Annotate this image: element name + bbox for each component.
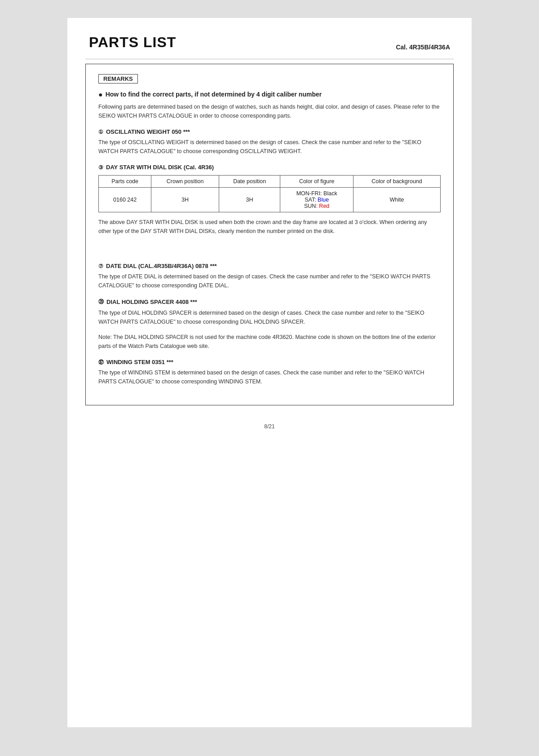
- page-number: 8/21: [264, 423, 274, 430]
- section-windingstem: ㊲ WINDING STEM 0351 *** The type of WIND…: [98, 359, 441, 386]
- main-bullet-heading: How to find the correct parts, if not de…: [106, 91, 322, 98]
- section-windingstem-title: WINDING STEM 0351 ***: [106, 359, 173, 365]
- remarks-label: REMARKS: [98, 74, 138, 84]
- section-dialholding-note: Note: The DIAL HOLDING SPACER is not use…: [98, 333, 441, 351]
- main-bullet-header: ● How to find the correct parts, if not …: [98, 91, 441, 99]
- color-figure-sun-label: SUN: [304, 203, 316, 209]
- section-oscillating-heading: ① OSCILLATING WEIGHT 050 ***: [98, 128, 441, 135]
- page-wrapper: PARTS LIST Cal. 4R35B/4R36A REMARKS ● Ho…: [67, 18, 472, 727]
- section-oscillating: ① OSCILLATING WEIGHT 050 *** The type of…: [98, 128, 441, 156]
- color-figure-sat-val: : Blue: [314, 197, 329, 203]
- section-datedial-body: The type of DATE DIAL is determined base…: [98, 272, 441, 290]
- cell-crown-position: 3H: [151, 188, 219, 212]
- col-color-background: Color of background: [353, 176, 440, 188]
- section-daystar-title: DAY STAR WITH DIAL DISK (Cal. 4R36): [106, 164, 214, 171]
- header-divider: [85, 59, 454, 59]
- col-crown-position: Crown position: [151, 176, 219, 188]
- num-icon-20: ⑳: [98, 298, 104, 306]
- col-color-figure: Color of figure: [280, 176, 353, 188]
- col-parts-code: Parts code: [99, 176, 151, 188]
- section-dialholding-title: DIAL HOLDING SPACER 4408 ***: [106, 299, 197, 305]
- section-datedial: ⑦ DATE DIAL (CAL.4R35B/4R36A) 0878 *** T…: [98, 263, 441, 290]
- table-header-row: Parts code Crown position Date position …: [99, 176, 441, 188]
- section-daystar: ③ DAY STAR WITH DIAL DISK (Cal. 4R36) Pa…: [98, 164, 441, 236]
- color-figure-sat-label: SAT: [305, 197, 314, 203]
- section-datedial-heading: ⑦ DATE DIAL (CAL.4R35B/4R36A) 0878 ***: [98, 263, 441, 269]
- main-content: REMARKS ● How to find the correct parts,…: [67, 64, 472, 405]
- page-header: PARTS LIST Cal. 4R35B/4R36A: [67, 18, 472, 59]
- page-title: PARTS LIST: [89, 34, 176, 51]
- section-daystar-heading: ③ DAY STAR WITH DIAL DISK (Cal. 4R36): [98, 164, 441, 171]
- page-footer: 8/21: [67, 423, 472, 430]
- bullet-icon: ●: [98, 91, 103, 99]
- section-datedial-title: DATE DIAL (CAL.4R35B/4R36A) 0878 ***: [106, 263, 217, 269]
- section-dialholding-heading: ⑳ DIAL HOLDING SPACER 4408 ***: [98, 298, 441, 306]
- table-row: 0160 242 3H 3H MON-FRI: Black SAT: Blue …: [99, 188, 441, 212]
- color-figure-sun-val: : Red: [316, 203, 329, 209]
- section-oscillating-title: OSCILLATING WEIGHT 050 ***: [106, 128, 190, 135]
- remarks-box: REMARKS ● How to find the correct parts,…: [85, 64, 454, 405]
- section-daystar-after-body: The above DAY STAR WITH DIAL DISK is use…: [98, 218, 441, 236]
- section-dialholding: ⑳ DIAL HOLDING SPACER 4408 *** The type …: [98, 298, 441, 351]
- parts-table: Parts code Crown position Date position …: [98, 175, 441, 212]
- cell-date-position: 3H: [219, 188, 280, 212]
- section-windingstem-heading: ㊲ WINDING STEM 0351 ***: [98, 359, 441, 365]
- col-date-position: Date position: [219, 176, 280, 188]
- cal-number: Cal. 4R35B/4R36A: [396, 44, 450, 51]
- section-dialholding-body: The type of DIAL HOLDING SPACER is deter…: [98, 308, 441, 326]
- cell-parts-code: 0160 242: [99, 188, 151, 212]
- cell-color-figure: MON-FRI: Black SAT: Blue SUN: Red: [280, 188, 353, 212]
- section-windingstem-body: The type of WINDING STEM is determined b…: [98, 368, 441, 386]
- num-icon-3: ③: [98, 164, 103, 171]
- cell-color-background: White: [353, 188, 440, 212]
- color-figure-line1: MON-FRI: Black: [296, 190, 337, 197]
- main-bullet-body: Following parts are determined based on …: [98, 102, 441, 120]
- num-icon-52: ㊲: [98, 359, 104, 365]
- num-icon-1: ①: [98, 129, 103, 135]
- section-oscillating-body: The type of OSCILLATING WEIGHT is determ…: [98, 138, 441, 156]
- num-icon-7: ⑦: [98, 263, 103, 269]
